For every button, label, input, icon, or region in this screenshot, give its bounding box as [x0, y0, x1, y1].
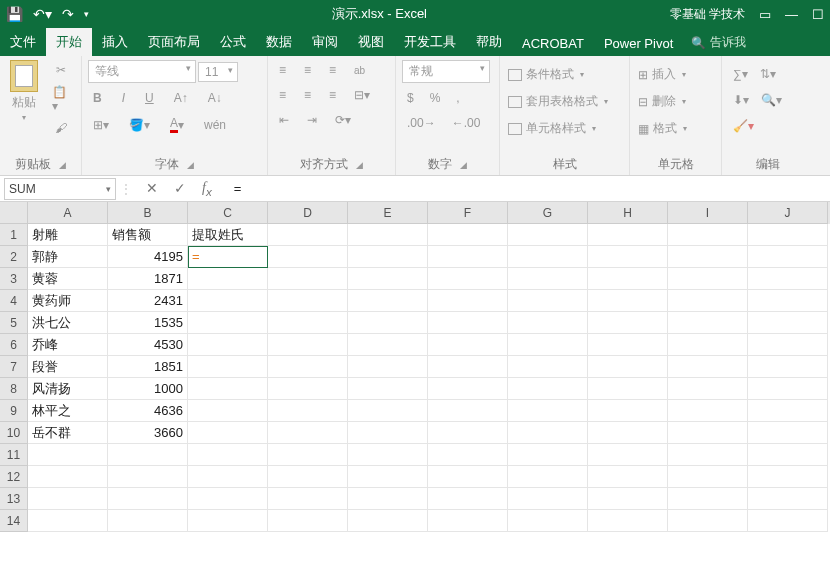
cell[interactable]: 提取姓氏 [188, 224, 268, 246]
cell[interactable]: 段誉 [28, 356, 108, 378]
cell[interactable] [428, 444, 508, 466]
cell[interactable] [508, 246, 588, 268]
cell[interactable] [588, 444, 668, 466]
cell[interactable] [268, 422, 348, 444]
cell[interactable] [28, 466, 108, 488]
autosum-icon[interactable]: ∑▾ [728, 64, 753, 84]
cell[interactable] [668, 290, 748, 312]
cell[interactable] [268, 400, 348, 422]
cell[interactable] [668, 224, 748, 246]
indent-right-icon[interactable]: ⇥ [302, 110, 322, 130]
delete-cells-button[interactable]: ⊟删除 [636, 91, 715, 112]
cell[interactable] [508, 312, 588, 334]
cell[interactable] [748, 334, 828, 356]
cell[interactable] [508, 334, 588, 356]
cell[interactable] [588, 422, 668, 444]
col-header[interactable]: C [188, 202, 268, 224]
tab-pagelayout[interactable]: 页面布局 [138, 28, 210, 56]
row-header[interactable]: 11 [0, 444, 28, 466]
col-header[interactable]: G [508, 202, 588, 224]
cell[interactable] [748, 422, 828, 444]
bold-button[interactable]: B [88, 88, 107, 108]
cell[interactable] [508, 290, 588, 312]
formula-input[interactable]: = [226, 181, 830, 196]
cell[interactable] [748, 246, 828, 268]
tab-review[interactable]: 审阅 [302, 28, 348, 56]
cell[interactable] [588, 466, 668, 488]
cut-icon[interactable]: ✂ [47, 60, 75, 80]
row-header[interactable]: 10 [0, 422, 28, 444]
align-center-icon[interactable]: ≡ [299, 85, 316, 105]
shrink-font-icon[interactable]: A↓ [203, 88, 227, 108]
cell[interactable] [188, 488, 268, 510]
col-header[interactable]: H [588, 202, 668, 224]
format-painter-icon[interactable]: 🖌 [47, 118, 75, 138]
cell[interactable] [188, 290, 268, 312]
undo-icon[interactable]: ↶▾ [33, 6, 52, 22]
row-header[interactable]: 2 [0, 246, 28, 268]
tab-help[interactable]: 帮助 [466, 28, 512, 56]
cell[interactable]: 销售额 [108, 224, 188, 246]
cell[interactable] [348, 488, 428, 510]
cell-style-button[interactable]: 单元格样式 [506, 118, 623, 139]
orientation-icon[interactable]: ⟳▾ [330, 110, 356, 130]
cell[interactable] [668, 444, 748, 466]
cell[interactable] [508, 356, 588, 378]
dialog-launcher-icon[interactable]: ◢ [356, 160, 363, 170]
cell[interactable] [268, 444, 348, 466]
cell[interactable] [508, 510, 588, 532]
comma-icon[interactable]: , [451, 88, 464, 108]
cell[interactable]: 1851 [108, 356, 188, 378]
cell[interactable] [188, 334, 268, 356]
cell[interactable] [188, 312, 268, 334]
cell[interactable] [748, 268, 828, 290]
tab-insert[interactable]: 插入 [92, 28, 138, 56]
cell[interactable]: 乔峰 [28, 334, 108, 356]
copy-icon[interactable]: 📋▾ [47, 82, 75, 116]
cell[interactable]: 1871 [108, 268, 188, 290]
cell[interactable]: 黄蓉 [28, 268, 108, 290]
phonetic-icon[interactable]: wén [199, 115, 231, 135]
row-header[interactable]: 13 [0, 488, 28, 510]
cell[interactable] [428, 356, 508, 378]
cell[interactable] [508, 466, 588, 488]
cell[interactable] [28, 488, 108, 510]
paste-button[interactable]: 粘贴 ▾ [6, 60, 43, 154]
cell[interactable] [748, 312, 828, 334]
wrap-text-icon[interactable]: ab [349, 62, 370, 79]
cell[interactable] [588, 224, 668, 246]
cell[interactable] [268, 466, 348, 488]
tell-me[interactable]: 🔍告诉我 [683, 29, 754, 56]
cell[interactable] [348, 510, 428, 532]
cell[interactable] [348, 246, 428, 268]
cell[interactable] [428, 290, 508, 312]
row-header[interactable]: 6 [0, 334, 28, 356]
cell[interactable] [428, 400, 508, 422]
cell[interactable] [428, 312, 508, 334]
dialog-launcher-icon[interactable]: ◢ [187, 160, 194, 170]
cell[interactable] [348, 422, 428, 444]
ribbon-display-icon[interactable]: ▭ [759, 7, 771, 22]
cell[interactable]: 林平之 [28, 400, 108, 422]
cell[interactable]: 2431 [108, 290, 188, 312]
cell[interactable] [508, 488, 588, 510]
cell[interactable] [188, 422, 268, 444]
cell[interactable] [668, 246, 748, 268]
cell[interactable] [428, 224, 508, 246]
align-left-icon[interactable]: ≡ [274, 85, 291, 105]
tab-formulas[interactable]: 公式 [210, 28, 256, 56]
cell[interactable] [188, 378, 268, 400]
tab-developer[interactable]: 开发工具 [394, 28, 466, 56]
merge-icon[interactable]: ⊟▾ [349, 85, 375, 105]
cancel-formula-icon[interactable]: ✕ [146, 180, 158, 198]
cell[interactable] [428, 466, 508, 488]
cell[interactable] [668, 356, 748, 378]
cell[interactable] [188, 510, 268, 532]
cell[interactable]: 射雕 [28, 224, 108, 246]
italic-button[interactable]: I [117, 88, 130, 108]
col-header[interactable]: B [108, 202, 188, 224]
name-box[interactable]: SUM [4, 178, 116, 200]
font-name-select[interactable]: 等线 [88, 60, 196, 83]
row-header[interactable]: 12 [0, 466, 28, 488]
cell[interactable] [268, 488, 348, 510]
